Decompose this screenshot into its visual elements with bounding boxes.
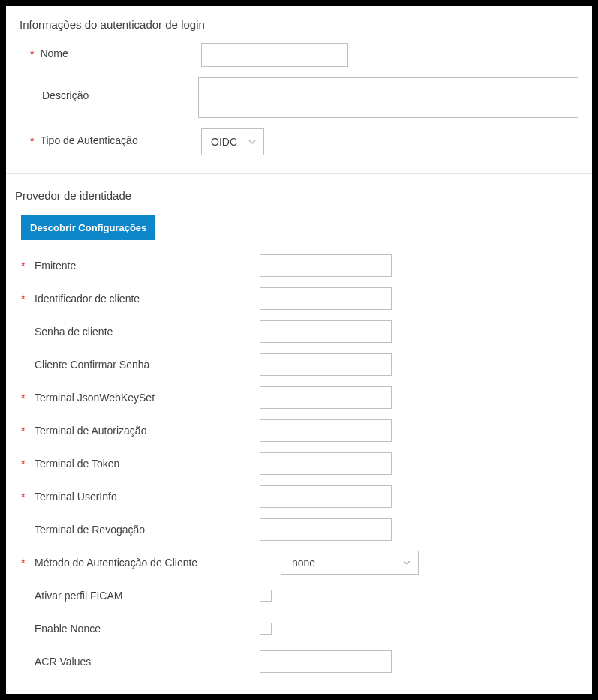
login-authenticator-section: Informações do autenticador de login * N… bbox=[6, 6, 592, 173]
row-client-auth-method: *Método de Autenticação de Cliente none bbox=[15, 546, 578, 579]
row-name: * Nome bbox=[20, 43, 578, 67]
required-asterisk: * bbox=[21, 392, 32, 404]
auth-type-label: Tipo de Autenticação bbox=[40, 134, 137, 146]
row-ficam: Ativar perfil FICAM bbox=[15, 579, 578, 612]
userinfo-endpoint-input[interactable] bbox=[260, 485, 392, 508]
required-asterisk: * bbox=[21, 425, 32, 437]
label-col: * Nome bbox=[20, 47, 201, 62]
auth-endpoint-input[interactable] bbox=[260, 419, 392, 442]
label-col: Descrição bbox=[20, 77, 198, 101]
ficam-label: Ativar perfil FICAM bbox=[32, 590, 122, 602]
issuer-label: Emitente bbox=[32, 260, 76, 272]
token-endpoint-label: Terminal de Token bbox=[32, 458, 119, 470]
client-auth-method-value: none bbox=[292, 557, 315, 569]
chevron-down-icon bbox=[248, 140, 256, 144]
auth-endpoint-label: Terminal de Autorização bbox=[32, 425, 146, 437]
issuer-input[interactable] bbox=[260, 254, 392, 277]
userinfo-endpoint-label: Terminal UserInfo bbox=[32, 491, 117, 503]
client-secret-label: Senha de cliente bbox=[32, 326, 113, 338]
required-asterisk: * bbox=[30, 47, 34, 62]
required-asterisk: * bbox=[21, 557, 32, 569]
row-description: Descrição bbox=[20, 77, 578, 118]
required-asterisk: * bbox=[21, 458, 32, 470]
row-client-secret: Senha de cliente bbox=[15, 315, 578, 348]
row-jwks: *Terminal JsonWebKeySet bbox=[15, 381, 578, 414]
token-endpoint-input[interactable] bbox=[260, 452, 392, 475]
description-textarea[interactable] bbox=[198, 77, 578, 118]
section2-title: Provedor de identidade bbox=[15, 189, 578, 202]
required-asterisk: * bbox=[30, 134, 34, 149]
row-client-confirm: Cliente Confirmar Senha bbox=[15, 348, 578, 381]
client-auth-method-select[interactable]: none bbox=[281, 551, 419, 575]
acr-input[interactable] bbox=[260, 650, 392, 673]
nonce-label: Enable Nonce bbox=[32, 623, 101, 635]
client-id-input[interactable] bbox=[260, 287, 392, 310]
name-label: Nome bbox=[40, 47, 68, 59]
row-nonce: Enable Nonce bbox=[15, 612, 578, 645]
identity-provider-section: Provedor de identidade Descobrir Configu… bbox=[6, 174, 592, 690]
required-asterisk: * bbox=[21, 491, 32, 503]
section1-title: Informações do autenticador de login bbox=[20, 18, 578, 31]
row-token-endpoint: *Terminal de Token bbox=[15, 447, 578, 480]
row-auth-endpoint: *Terminal de Autorização bbox=[15, 414, 578, 447]
label-col: * Tipo de Autenticação bbox=[20, 134, 201, 149]
auth-type-select[interactable]: OIDC bbox=[201, 128, 264, 155]
row-auth-type: * Tipo de Autenticação OIDC bbox=[20, 128, 578, 155]
client-id-label: Identificador de cliente bbox=[32, 293, 140, 305]
revocation-endpoint-label: Terminal de Revogação bbox=[32, 524, 145, 536]
ficam-checkbox[interactable] bbox=[260, 590, 272, 602]
form-panel: Informações do autenticador de login * N… bbox=[6, 6, 592, 694]
chevron-down-icon bbox=[403, 560, 410, 565]
client-confirm-label: Cliente Confirmar Senha bbox=[32, 359, 149, 371]
client-confirm-input[interactable] bbox=[260, 353, 392, 376]
nonce-checkbox[interactable] bbox=[260, 623, 272, 635]
required-asterisk: * bbox=[21, 293, 32, 305]
discover-configurations-button[interactable]: Descobrir Configurações bbox=[21, 215, 155, 240]
row-acr: ACR Values bbox=[15, 645, 578, 678]
row-client-id: *Identificador de cliente bbox=[15, 282, 578, 315]
revocation-endpoint-input[interactable] bbox=[260, 518, 392, 541]
acr-label: ACR Values bbox=[32, 656, 91, 668]
required-asterisk: * bbox=[21, 260, 32, 272]
client-secret-input[interactable] bbox=[260, 320, 392, 343]
row-issuer: *Emitente bbox=[15, 249, 578, 282]
description-label: Descrição bbox=[42, 89, 89, 101]
auth-type-value: OIDC bbox=[211, 136, 237, 148]
row-userinfo-endpoint: *Terminal UserInfo bbox=[15, 480, 578, 513]
jwks-input[interactable] bbox=[260, 386, 392, 409]
client-auth-method-label: Método de Autenticação de Cliente bbox=[32, 557, 197, 569]
row-revocation-endpoint: Terminal de Revogação bbox=[15, 513, 578, 546]
jwks-label: Terminal JsonWebKeySet bbox=[32, 392, 155, 404]
name-input[interactable] bbox=[201, 43, 348, 67]
